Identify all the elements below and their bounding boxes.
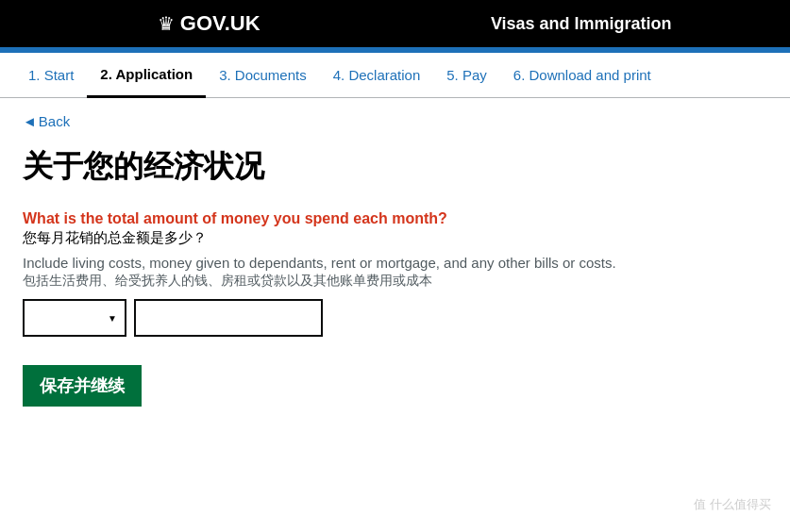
hint-text: Include living costs, money given to dep… [23, 255, 732, 290]
back-link-text: Back [39, 113, 70, 129]
nav-step-2[interactable]: 2. Application [87, 53, 206, 98]
site-header: ♛ GOV.UK Visas and Immigration [0, 0, 790, 47]
nav-step-3[interactable]: 3. Documents [206, 54, 320, 96]
question-label: What is the total amount of money you sp… [23, 210, 732, 247]
question-en: What is the total amount of money you sp… [23, 210, 732, 227]
back-arrow-icon: ◄ [23, 113, 37, 129]
submit-button[interactable]: 保存并继续 [23, 365, 142, 407]
nav-step-5[interactable]: 5. Pay [433, 54, 500, 96]
amount-input[interactable] [134, 299, 323, 337]
back-link[interactable]: ◄ Back [23, 113, 70, 129]
main-content: ◄ Back 关于您的经济状况 What is the total amount… [0, 98, 755, 444]
logo-text: GOV.UK [180, 11, 261, 36]
crown-icon: ♛ [158, 12, 175, 35]
amount-input-row: GBP USD EUR CNY [23, 299, 732, 337]
currency-select[interactable]: GBP USD EUR CNY [23, 299, 126, 337]
service-name: Visas and Immigration [491, 14, 672, 34]
question-zh: 您每月花销的总金额是多少？ [23, 229, 732, 247]
hint-en: Include living costs, money given to dep… [23, 255, 732, 271]
progress-nav: 1. Start 2. Application 3. Documents 4. … [0, 53, 790, 98]
nav-step-4[interactable]: 4. Declaration [320, 54, 434, 96]
nav-step-1[interactable]: 1. Start [15, 54, 87, 96]
currency-select-wrapper: GBP USD EUR CNY [23, 299, 126, 337]
nav-step-6[interactable]: 6. Download and print [500, 54, 664, 96]
hint-zh: 包括生活费用、给受抚养人的钱、房租或贷款以及其他账单费用或成本 [23, 273, 732, 290]
page-title: 关于您的经济状况 [23, 148, 732, 184]
